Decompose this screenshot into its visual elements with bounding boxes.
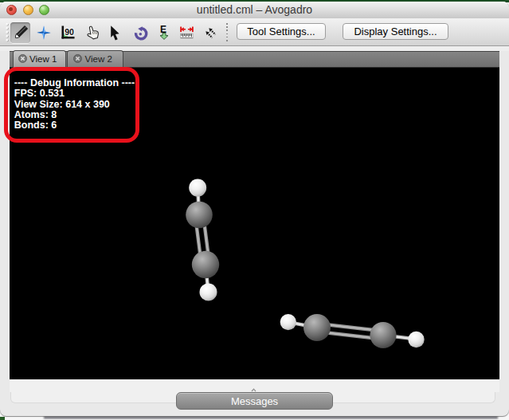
svg-text:90: 90 (65, 27, 74, 37)
